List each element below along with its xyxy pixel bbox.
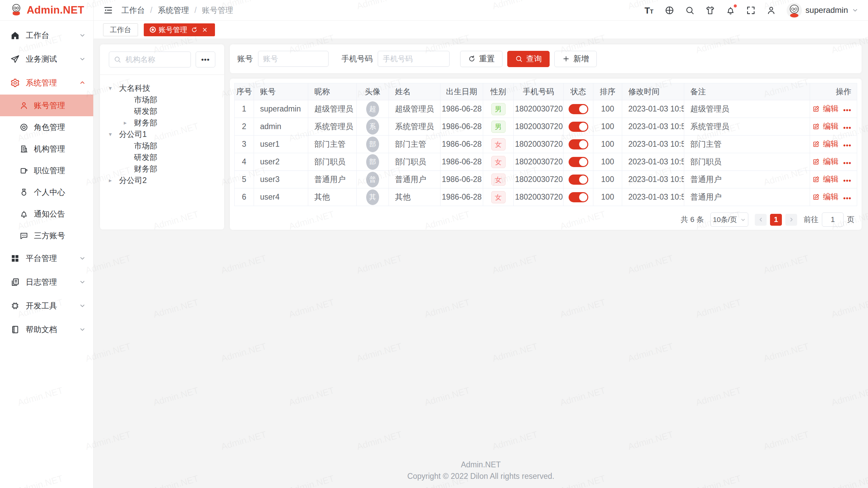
tree-node[interactable]: 研发部 [109, 105, 215, 117]
page-size-select[interactable]: 10条/页 [710, 212, 748, 227]
tree-node[interactable]: 研发部 [109, 151, 215, 163]
sidebar-item-dev-tools[interactable]: 开发工具 [0, 294, 93, 318]
refresh-icon [468, 55, 476, 63]
tree-node[interactable]: 分公司1 [109, 128, 215, 140]
avatar: 系 [366, 119, 379, 135]
close-icon[interactable] [201, 26, 208, 33]
bell-icon [19, 209, 28, 219]
tree-node[interactable]: 大名科技 [109, 82, 215, 94]
sidebar-item-account-management[interactable]: 账号管理 [0, 95, 93, 116]
status-toggle[interactable] [569, 139, 588, 149]
tree-node[interactable]: 财务部 [109, 163, 215, 175]
profile-icon[interactable] [766, 5, 776, 15]
org-search-input[interactable] [125, 55, 186, 64]
breadcrumb-item[interactable]: 系统管理 [158, 5, 202, 16]
more-actions-button[interactable]: ••• [843, 142, 851, 149]
tree-node[interactable]: 市场部 [109, 140, 215, 151]
sidebar-item-role-management[interactable]: 角色管理 [0, 116, 93, 138]
caret-down-icon[interactable] [109, 85, 119, 92]
fullscreen-icon[interactable] [746, 5, 756, 15]
chevron-down-icon [79, 32, 86, 39]
edit-button[interactable]: 编辑 [812, 121, 839, 131]
more-actions-button[interactable]: ••• [843, 106, 851, 114]
goto-page-input[interactable] [822, 212, 844, 227]
edit-button[interactable]: 编辑 [812, 191, 839, 202]
sidebar-item-third-party-account[interactable]: 三方账号 [0, 225, 93, 246]
tab-workbench[interactable]: 工作台 [103, 23, 138, 36]
tree-node-label: 财务部 [134, 118, 157, 128]
edit-button[interactable]: 编辑 [812, 139, 839, 149]
tree-more-button[interactable]: ••• [196, 52, 215, 67]
sidebar-item-label: 业务测试 [26, 54, 79, 64]
col-actions: 操作 [810, 83, 857, 100]
language-icon[interactable] [665, 5, 674, 15]
org-search-field[interactable] [109, 52, 191, 67]
edit-button[interactable]: 编辑 [812, 174, 839, 184]
table-row: 5 user3 普通用户 普 普通用户 1986-06-28 女 1802003… [235, 171, 857, 188]
user-menu[interactable]: superadmin [787, 3, 859, 18]
add-button[interactable]: 新增 [554, 51, 597, 67]
status-toggle[interactable] [569, 192, 588, 202]
caret-right-icon[interactable] [124, 119, 134, 126]
phone-input[interactable] [378, 51, 450, 67]
chat-bubble-icon [19, 231, 28, 240]
app-logo[interactable]: Admin.NET [0, 0, 93, 21]
tree-node[interactable]: 财务部 [109, 117, 215, 128]
col-order: 排序 [593, 83, 622, 100]
search-icon [515, 55, 523, 63]
menu-fold-icon[interactable] [103, 5, 113, 15]
breadcrumb-item[interactable]: 工作台 [121, 5, 158, 16]
goto-unit: 页 [847, 215, 854, 225]
breadcrumb: 工作台 系统管理 账号管理 [121, 5, 233, 16]
status-toggle[interactable] [569, 175, 588, 185]
status-toggle[interactable] [569, 104, 588, 114]
sidebar-item-org-management[interactable]: 机构管理 [0, 138, 93, 160]
tree-node[interactable]: 市场部 [109, 94, 215, 105]
more-actions-button[interactable]: ••• [843, 124, 851, 131]
next-page-button[interactable] [785, 214, 797, 226]
home-icon [10, 30, 20, 40]
tree-node[interactable]: 分公司2 [109, 175, 215, 186]
sidebar-item-personal-center[interactable]: 个人中心 [0, 181, 93, 203]
table-header-row: 序号 账号 昵称 头像 姓名 出生日期 性别 手机号码 状态 排序 修改时间 [235, 83, 857, 100]
tabbar: 工作台 账号管理 [94, 21, 868, 39]
edit-button[interactable]: 编辑 [812, 156, 839, 167]
status-toggle[interactable] [569, 157, 588, 167]
prev-page-button[interactable] [755, 214, 767, 226]
status-toggle[interactable] [569, 122, 588, 132]
account-input[interactable] [258, 51, 329, 67]
content: ••• 大名科技 市场部 研发部 财务部 分公司1 市场部 研发部 财务部 分公… [94, 39, 868, 488]
chevron-down-icon [79, 56, 86, 62]
edit-button[interactable]: 编辑 [812, 103, 839, 114]
breadcrumb-item-current: 账号管理 [202, 5, 233, 16]
sidebar-item-system-management[interactable]: 系统管理 [0, 71, 93, 95]
caret-down-icon[interactable] [109, 131, 119, 138]
building-icon [19, 144, 28, 154]
caret-right-icon[interactable] [109, 177, 119, 184]
notification-badge [733, 4, 737, 8]
sidebar-item-position-management[interactable]: 职位管理 [0, 160, 93, 181]
more-actions-button[interactable]: ••• [843, 159, 851, 167]
sidebar-item-help-docs[interactable]: 帮助文档 [0, 318, 93, 341]
col-remark: 备注 [684, 83, 810, 100]
current-page[interactable]: 1 [770, 214, 782, 226]
more-actions-button[interactable]: ••• [843, 195, 851, 202]
notification-bell-icon[interactable] [726, 5, 735, 15]
font-size-icon[interactable] [644, 5, 654, 15]
sidebar-item-log-management[interactable]: 日志管理 [0, 270, 93, 294]
org-tree-panel: ••• 大名科技 市场部 研发部 财务部 分公司1 市场部 研发部 财务部 分公… [100, 44, 224, 229]
search-button[interactable]: 查询 [507, 51, 550, 67]
tab-account-management[interactable]: 账号管理 [144, 23, 215, 36]
reset-button[interactable]: 重置 [460, 51, 502, 67]
sidebar-item-platform-management[interactable]: 平台管理 [0, 246, 93, 270]
sidebar-item-business-test[interactable]: 业务测试 [0, 47, 93, 71]
search-icon[interactable] [685, 5, 695, 15]
theme-shirt-icon[interactable] [705, 5, 715, 15]
more-actions-button[interactable]: ••• [843, 177, 851, 184]
gear-icon [10, 78, 20, 88]
refresh-icon[interactable] [191, 26, 198, 33]
col-modified: 修改时间 [622, 83, 684, 100]
sidebar-item-workbench[interactable]: 工作台 [0, 23, 93, 47]
sidebar-item-label: 机构管理 [34, 144, 65, 154]
sidebar-item-notice[interactable]: 通知公告 [0, 203, 93, 225]
